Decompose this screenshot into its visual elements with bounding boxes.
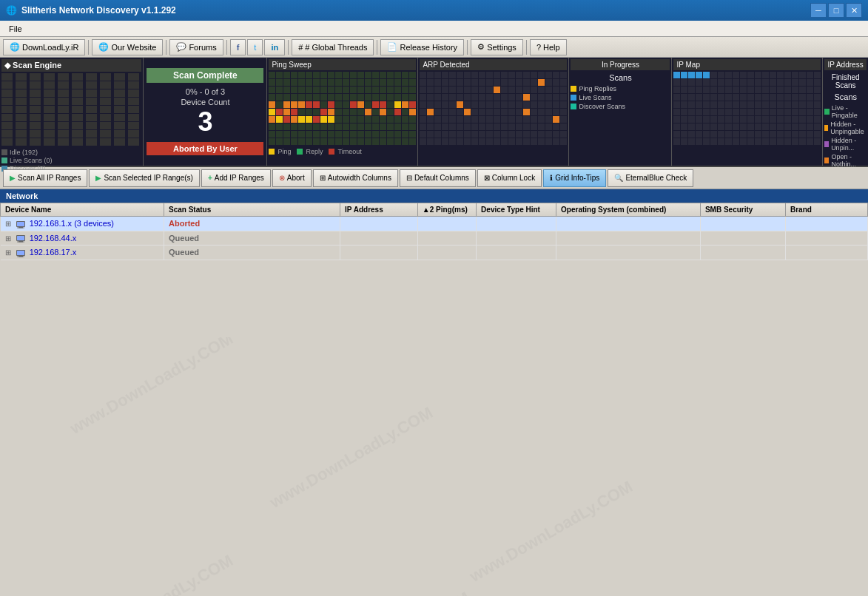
ping-cell [365,109,371,115]
arp-cell [553,94,559,101]
scan-all-button[interactable]: ▶ Scan All IP Ranges [3,169,87,187]
toolbar-twitter[interactable]: t [247,39,263,55]
ping-cell [394,116,401,123]
ip-cell [762,123,769,130]
finished-legend: Live - Pingable Hidden - Unpingable Hidd… [824,104,867,168]
ping-cell [320,79,327,86]
ping-cell [269,116,275,123]
ping-cell [394,101,401,108]
ping-cell [357,138,364,145]
toolbar: 🌐 DownLoadLy.iR 🌐 Our Website 💬 Forums f… [0,37,868,58]
grid-info-tips-button[interactable]: ℹ Grid Info-Tips [543,169,606,187]
toolbar-separator-6 [467,40,468,55]
action-toolbar: ▶ Scan All IP Ranges ▶ Scan Selected IP … [0,167,868,189]
ip-cell [792,123,798,130]
arp-cell [420,123,426,130]
ping-cell [328,101,334,108]
ping-cell [357,123,364,130]
smb-cell [700,245,785,260]
autowidth-icon: ⊞ [320,174,326,182]
toolbar-downloadly[interactable]: 🌐 DownLoadLy.iR [3,39,85,55]
ip-cell [740,131,747,138]
ip-cell [807,79,813,86]
table-wrapper[interactable]: www.DownLoadLy.COM www.DownLoadLy.COM ww… [0,189,868,596]
ip-cell [792,79,798,86]
toolbar-linkedin[interactable]: in [264,39,285,55]
device-type-cell [477,231,556,245]
toolbar-facebook[interactable]: f [230,39,246,55]
arp-cell [501,94,508,101]
arp-cell [464,138,471,145]
discover-scans-dot [571,104,576,109]
ping-cell [365,138,371,145]
abort-button[interactable]: ⊗ Abort [272,169,312,187]
ping-cell [291,138,297,145]
eternalblue-button[interactable]: 🔍 EternalBlue Check [608,169,693,187]
arp-cell [523,87,530,93]
column-lock-button[interactable]: ⊠ Column Lock [477,169,542,187]
ip-cell [681,123,687,130]
table-body: ⊞ 192.168.1.x (3 devices)Aborted⊞ 192.16… [1,217,868,260]
ping-cell [306,109,312,115]
toolbar-our-website[interactable]: 🌐 Our Website [92,39,163,55]
scan-cell [114,130,125,138]
expand-icon[interactable]: ⊞ [5,220,11,228]
toolbar-settings[interactable]: ⚙ Settings [471,39,523,55]
data-table: Device Name Scan Status IP Address ▲2 Pi… [0,203,868,260]
table-row[interactable]: ⊞ 192.168.44.xQueued [1,231,868,245]
scan-cell [44,122,55,129]
help-icon: ? [536,43,541,52]
arp-cell [516,116,522,123]
arp-cell [464,101,471,108]
arp-cell [471,123,478,130]
device-link[interactable]: 192.168.1.x (3 devices) [30,219,114,228]
ping-cell [298,72,305,78]
toolbar-global-threads[interactable]: # # Global Threads [292,39,374,55]
ip-cell [703,109,710,115]
ip-cell [710,109,717,115]
ip-cell [681,101,687,108]
autowidth-button[interactable]: ⊞ Autowidth Columns [313,169,398,187]
arp-cell [420,94,426,101]
toolbar-help[interactable]: ? Help [530,39,567,55]
table-row[interactable]: ⊞ 192.168.1.x (3 devices)Aborted [1,217,868,231]
arp-cell [464,94,471,101]
scan-cell [44,89,55,97]
ping-cell [394,72,401,78]
scan-cell [16,106,27,113]
restore-button[interactable]: □ [828,3,844,18]
ping-cell [343,87,349,93]
arp-cell [560,138,567,145]
ip-address-cell [340,231,418,245]
arp-cell [560,72,567,78]
ip-cell [696,87,702,93]
scan-selected-button[interactable]: ▶ Scan Selected IP Range(s) [89,169,199,187]
expand-icon[interactable]: ⊞ [5,248,11,257]
ping-grid [269,72,416,145]
device-link[interactable]: 192.168.17.x [30,248,77,257]
default-columns-button[interactable]: ⊟ Default Columns [400,169,476,187]
ping-replies-dot [571,86,576,92]
close-button[interactable]: ✕ [846,3,862,18]
ping-cell [357,109,364,115]
toolbar-forums[interactable]: 💬 Forums [169,39,223,55]
arp-cell [538,116,545,123]
device-link[interactable]: 192.168.44.x [30,234,77,243]
table-row[interactable]: ⊞ 192.168.17.xQueued [1,245,868,260]
minimize-button[interactable]: ─ [810,3,827,18]
expand-icon[interactable]: ⊞ [5,234,11,243]
scan-cell [30,73,41,81]
toolbar-release-history[interactable]: 📄 Release History [380,39,464,55]
menu-file[interactable]: File [3,23,28,35]
arp-cell [471,87,478,93]
watermark-2: www.DownLoadLy.COM [266,403,436,512]
ping-cell [276,123,283,130]
add-ip-ranges-button[interactable]: + Add IP Ranges [201,169,271,187]
ping-cell [283,123,290,130]
ip-cell [703,123,710,130]
arp-cell [449,131,456,138]
ip-cell [718,79,724,86]
ping-cell [298,94,305,101]
scan-status-cell: Queued [164,231,340,245]
arp-detected-panel: ARP Detected [418,58,569,166]
